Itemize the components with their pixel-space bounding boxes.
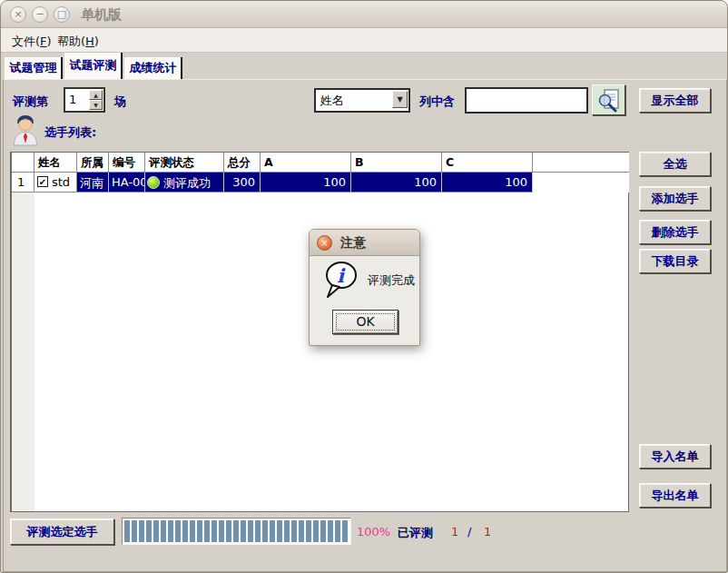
col-code[interactable]: 编号 [109,153,145,173]
cell-status[interactable]: 测评成功 [145,173,224,193]
remove-player-button[interactable]: 删除选手 [639,220,711,244]
filter-field-combobox[interactable]: 姓名 ▼ [314,88,410,113]
contains-label: 列中含 [419,94,455,110]
player-avatar-icon [10,114,41,146]
player-list-label: 选手列表: [44,124,96,141]
col-filler [533,153,629,173]
menu-file-text2: ) [47,35,52,48]
col-c[interactable]: C [442,153,533,173]
round-prefix-label: 评测第 [13,94,48,110]
row-header-strip [12,153,34,511]
progress-bar [122,518,351,545]
filter-field-value: 姓名 [320,93,344,109]
count-slash: / [467,525,471,538]
cell-rownum: 1 [12,173,34,193]
menu-file-text: 文件( [12,35,40,48]
window-close-icon[interactable]: × [10,6,26,23]
tab-question-evaluate[interactable]: 试题评测 [64,53,123,79]
spinner-down-icon[interactable]: ▼ [89,100,103,110]
app-window: × − □ 单机版 文件(F) 帮助(H) 试题管理 试题评测 成绩统计 评测第… [0,0,728,573]
evaluated-label: 已评测 [398,525,433,541]
tab-question-manage[interactable]: 试题管理 [5,57,63,79]
dialog-title: 注意 [340,235,366,252]
col-status[interactable]: 评测状态 [145,153,224,173]
search-button[interactable] [592,84,625,115]
search-document-icon [596,88,621,113]
evaluate-selected-button[interactable]: 评测选定选手 [10,519,114,545]
window-minimize-icon[interactable]: − [32,6,48,23]
window-maximize-icon[interactable]: □ [54,6,70,23]
cell-filler [533,173,629,193]
checkbox-checked-icon[interactable]: ✔ [37,176,48,187]
round-value: 1 [69,93,76,106]
dialog-close-icon[interactable]: × [317,235,332,251]
cell-score-a[interactable]: 100 [261,173,351,193]
notice-dialog: × 注意 i 评测完成 OK [309,229,420,346]
col-org[interactable]: 所属 [77,153,109,173]
col-a[interactable]: A [261,153,351,173]
table-row[interactable]: 1 ✔std 河南 HA-000 测评成功 300 100 100 100 [12,173,629,193]
window-title: 单机版 [81,6,122,24]
download-dir-button[interactable]: 下载目录 [639,249,711,273]
status-success-icon [147,176,160,189]
import-list-button[interactable]: 导入名单 [639,444,711,469]
evaluated-done-count: 1 [451,525,458,538]
cell-score-b[interactable]: 100 [351,173,442,193]
dialog-title-bar: × 注意 [310,230,419,256]
status-text: 测评成功 [163,176,211,190]
export-list-button[interactable]: 导出名单 [639,483,711,508]
chevron-down-icon[interactable]: ▼ [392,91,408,108]
cell-total[interactable]: 300 [224,173,261,193]
menu-file[interactable]: 文件(F) [6,32,57,52]
tab-score-stats[interactable]: 成绩统计 [124,57,182,79]
round-spinner[interactable]: 1 ▲ ▼ [64,87,105,113]
show-all-button[interactable]: 显示全部 [639,88,711,113]
dialog-message: 评测完成 [368,272,415,289]
menu-bar: 文件(F) 帮助(H) [1,28,727,53]
title-bar: × − □ 单机版 [1,1,727,28]
ok-button[interactable]: OK [332,310,398,334]
menu-help-text: 帮助( [57,35,85,48]
player-name: std [52,175,70,189]
menu-help-key: H [85,35,94,48]
search-input[interactable] [465,87,588,114]
menu-file-key: F [40,35,46,48]
col-name[interactable]: 姓名 [34,153,77,173]
table-header-row: 姓名 所属 编号 评测状态 总分 A B C [12,153,629,173]
cell-code[interactable]: HA-000 [109,173,145,193]
info-bubble-icon: i [320,260,360,301]
col-b[interactable]: B [351,153,442,173]
cell-name[interactable]: ✔std [34,173,77,193]
ok-button-label: OK [336,313,395,331]
progress-fill [124,520,349,542]
menu-help[interactable]: 帮助(H) [52,32,104,52]
add-player-button[interactable]: 添加选手 [639,186,711,211]
cell-org[interactable]: 河南 [77,173,109,193]
select-all-button[interactable]: 全选 [639,152,711,176]
cell-score-c[interactable]: 100 [442,173,533,193]
round-suffix-label: 场 [114,94,126,110]
col-rownum[interactable] [12,153,34,173]
menu-help-text2: ) [94,35,99,48]
evaluated-total-count: 1 [484,525,491,538]
progress-percent: 100% [357,525,390,538]
spinner-up-icon[interactable]: ▲ [89,90,103,100]
col-total[interactable]: 总分 [224,153,261,173]
